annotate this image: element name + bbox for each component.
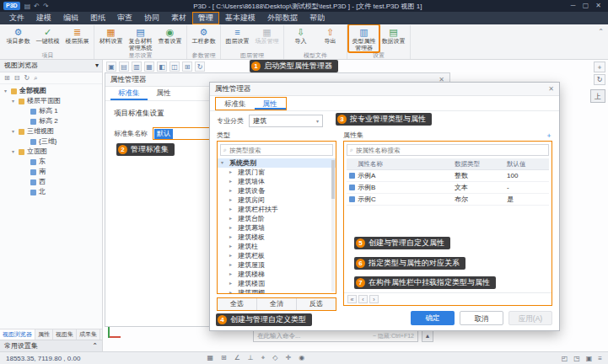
type-item[interactable]: ▸建筑柱 — [218, 242, 336, 251]
property-row[interactable]: 示例A 整数 100 — [347, 170, 549, 182]
ok-button[interactable]: 确定 — [411, 311, 455, 325]
grid-icon[interactable]: ▦ — [207, 354, 213, 362]
tree-item[interactable]: ▾三维视图 — [0, 126, 102, 136]
data-settings-button[interactable]: ▤ 数据设置 — [379, 25, 408, 51]
one-key-check-button[interactable]: ✓ 一键核模 — [33, 25, 62, 45]
tab-properties[interactable]: 属性 — [35, 329, 53, 340]
type-item[interactable]: ▸建筑屋顶 — [218, 260, 336, 270]
open-view-icon[interactable]: ▤ — [119, 62, 129, 72]
select-all-button[interactable]: 全选 — [218, 298, 257, 310]
type-item[interactable]: ▸建筑栏杆扶手 — [218, 205, 336, 214]
view-settings-button[interactable]: ◉ 查看设置 — [155, 25, 185, 51]
pan-icon[interactable]: ＋ — [594, 62, 605, 72]
project-params-button[interactable]: ⚙ 项目参数 — [3, 25, 33, 45]
minimize-button[interactable]: ─ — [567, 0, 579, 12]
menu-tab-basic-modeling[interactable]: 基本建模 — [219, 12, 261, 24]
refresh-tree-icon[interactable]: ↻ — [24, 74, 30, 82]
maximize-button[interactable]: ▢ — [579, 0, 592, 12]
prev-page-button[interactable]: ‹ — [358, 295, 368, 303]
menu-tab-edit[interactable]: 编辑 — [57, 12, 84, 24]
tree-item[interactable]: {三维} — [0, 136, 102, 147]
next-page-button[interactable]: › — [369, 295, 379, 303]
command-expand-button[interactable]: ▲ — [422, 330, 433, 342]
scrollbar-thumb[interactable] — [331, 160, 335, 199]
add-property-icon[interactable]: ＋ — [546, 131, 552, 140]
scrollbar[interactable] — [331, 160, 335, 292]
redo-icon[interactable]: ↷ — [43, 3, 49, 10]
command-input[interactable]: 在此输入命令... ~ 隐藏:Ctrl+F12 — [253, 330, 418, 342]
type-property-manager-button[interactable]: ▥ 类型属性管理器 — [349, 25, 379, 51]
invert-select-button[interactable]: 反选 — [297, 298, 336, 310]
property-search-input[interactable] — [356, 147, 546, 154]
save-icon[interactable]: ▤ — [24, 3, 31, 10]
export-button[interactable]: ⇧ 导出 — [315, 25, 345, 45]
menu-tab-file[interactable]: 文件 — [3, 12, 30, 24]
scene-manager-button[interactable]: ▦ 场景管理 — [252, 25, 282, 45]
property-row[interactable]: 示例B 文本 - — [347, 182, 549, 194]
tree-item[interactable]: 南 — [0, 167, 102, 177]
collapse-all-icon[interactable]: ⊟ — [14, 74, 20, 82]
import-button[interactable]: ⇩ 导入 — [286, 25, 315, 45]
search-tree-icon[interactable]: ⌕ — [34, 74, 37, 83]
layout-left-icon[interactable]: ◰ — [562, 355, 568, 362]
menu-tab-manage[interactable]: 管理 — [192, 12, 219, 24]
crosshair-icon[interactable]: ⌖ — [261, 354, 266, 362]
first-page-button[interactable]: « — [347, 295, 357, 303]
tree-item[interactable]: 东 — [0, 157, 102, 167]
tab-standard-set[interactable]: 标准集 — [110, 87, 148, 100]
menu-tab-external-data[interactable]: 外部数据 — [261, 12, 304, 24]
grid-view-icon[interactable]: ▦ — [144, 62, 154, 72]
clear-all-button[interactable]: 全清 — [257, 298, 297, 310]
tree-item[interactable]: 标高 2 — [0, 116, 102, 126]
tracking-icon[interactable]: ✛ — [285, 354, 291, 362]
discipline-select[interactable]: 建筑 ▾ — [249, 115, 323, 127]
menu-more-icon[interactable]: ≡ — [598, 355, 602, 362]
close-button[interactable]: ✕ — [592, 0, 605, 12]
composite-material-manager-button[interactable]: ▤ 复合材料管理系统 — [126, 25, 155, 51]
type-search-input[interactable] — [229, 147, 330, 154]
type-item-root[interactable]: ▾系统类别 — [218, 158, 336, 168]
type-item[interactable]: ▸建筑雨棚 — [218, 288, 336, 294]
tab-view-sets[interactable]: 视图集 — [53, 329, 77, 340]
tab-result-sets[interactable]: 成果集 — [77, 329, 100, 340]
expand-all-icon[interactable]: ⊞ — [4, 74, 10, 82]
property-row[interactable]: 示例C 布尔 是 — [347, 194, 549, 206]
ortho-icon[interactable]: ⊥ — [248, 354, 254, 362]
tab-view-browser[interactable]: 视图浏览器 — [0, 329, 35, 340]
common-settings-panel[interactable]: 常用设置集 ⌃ — [0, 340, 102, 351]
viewcube-top-face[interactable]: 上 — [590, 89, 605, 103]
type-item[interactable]: ▸建筑设备 — [218, 186, 336, 195]
type-item[interactable]: ▸建筑台阶 — [218, 214, 336, 223]
tab-property[interactable]: 属性 — [149, 87, 179, 100]
type-item[interactable]: ▸建筑墙体 — [218, 177, 336, 186]
apply-button[interactable]: 应用(A) — [508, 311, 552, 325]
tree-item[interactable]: ▾全部视图 — [0, 86, 102, 96]
menu-tab-assets[interactable]: 素材 — [165, 12, 192, 24]
type-item[interactable]: ▸建筑门窗 — [218, 168, 336, 177]
collapse-panel-icon[interactable]: ⌃ — [92, 340, 98, 351]
tree-item[interactable]: ▾楼层平面图 — [0, 96, 102, 106]
floor-extend-button[interactable]: ≣ 楼层拓展 — [62, 25, 92, 45]
type-item[interactable]: ▸建筑楼面 — [218, 279, 336, 288]
material-settings-button[interactable]: ▦ 材料设置 — [96, 25, 126, 51]
tree-item[interactable]: ▾立面图 — [0, 147, 102, 157]
menu-tab-sheets[interactable]: 图纸 — [84, 12, 111, 24]
close-icon[interactable]: ✕ — [548, 85, 554, 93]
tree-item[interactable]: 标高 1 — [0, 106, 102, 116]
type-item[interactable]: ▸建筑栏板 — [218, 251, 336, 260]
tile-view-icon[interactable]: ⊞ — [182, 62, 192, 72]
layer-settings-button[interactable]: ≡ 图层设置 — [223, 25, 252, 45]
panel-menu-icon[interactable]: ▾ — [95, 60, 99, 72]
menu-tab-modeling[interactable]: 建模 — [30, 12, 57, 24]
new-view-icon[interactable]: ▣ — [106, 62, 116, 72]
split-left-icon[interactable]: ◧ — [157, 62, 167, 72]
type-item[interactable]: ▸建筑楼梯 — [218, 270, 336, 279]
type-item[interactable]: ▸建筑幕墙 — [218, 223, 336, 233]
property-search[interactable]: ⌕ — [347, 144, 549, 156]
type-search[interactable]: ⌕ — [220, 144, 333, 156]
split-view-icon[interactable]: ◫ — [169, 62, 180, 72]
undo-icon[interactable]: ↶ — [34, 3, 40, 10]
osnap-icon[interactable]: ◇ — [272, 354, 277, 362]
refresh-view-icon[interactable]: ↻ — [195, 62, 205, 72]
tree-item[interactable]: 西 — [0, 177, 102, 187]
